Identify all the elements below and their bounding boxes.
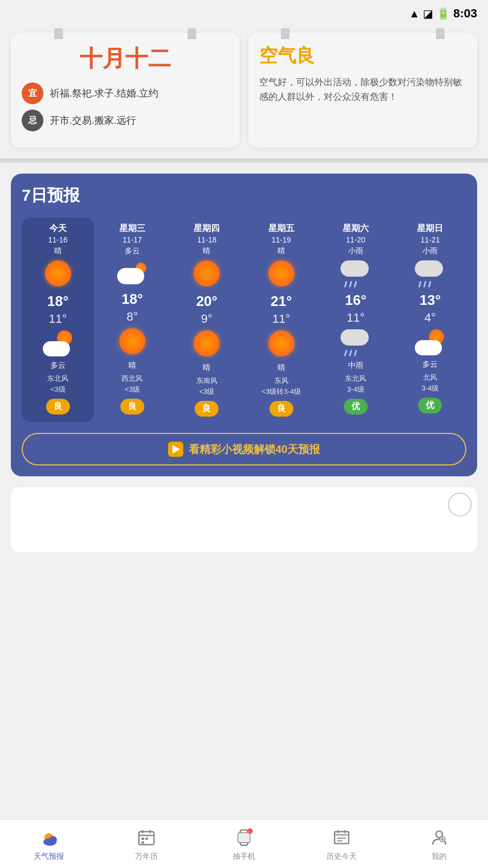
weather-icon-day bbox=[194, 260, 220, 291]
temp-high: 21° bbox=[271, 293, 292, 310]
days-grid: 今天11-16晴18°11°多云东北风<3级良星期三11-17多云18°8°晴西… bbox=[22, 218, 466, 422]
day-date: 11-20 bbox=[346, 235, 365, 244]
wind-direction: 东北风 bbox=[345, 374, 366, 384]
wind-direction: 东北风 bbox=[47, 374, 68, 384]
wind-direction: 东南风 bbox=[196, 376, 217, 386]
nav-item-weather[interactable]: 天气预报 bbox=[0, 820, 98, 868]
ji-item: 忌 开市.交易.搬家.远行 bbox=[22, 110, 229, 131]
svg-text:!: ! bbox=[248, 829, 249, 833]
circle-button[interactable] bbox=[448, 493, 472, 516]
yi-badge: 宜 bbox=[22, 82, 43, 104]
weather-icon-night bbox=[415, 329, 445, 358]
content-area bbox=[11, 487, 477, 552]
air-card: 空气良 空气好，可以外出活动，除极少数对污染物特别敏感的人群以外，对公众没有危害… bbox=[248, 33, 477, 148]
air-description: 空气好，可以外出活动，除极少数对污染物特别敏感的人群以外，对公众没有危害！ bbox=[259, 75, 466, 104]
day-date: 11-19 bbox=[272, 235, 291, 244]
nav-item-history[interactable]: 历史今天 bbox=[293, 820, 390, 868]
status-icons: ▲ ◪ 🔋 8:03 bbox=[409, 7, 477, 21]
weather-icon-day bbox=[268, 260, 294, 291]
status-bar: ▲ ◪ 🔋 8:03 bbox=[0, 0, 488, 27]
weather-icon-night bbox=[341, 329, 371, 359]
nav-item-phone[interactable]: ! 抽手机 bbox=[195, 820, 293, 868]
weather-icon-night bbox=[194, 330, 220, 361]
svg-rect-11 bbox=[238, 833, 250, 843]
day-column: 星期三11-17多云18°8°晴西北风<3级良 bbox=[96, 218, 168, 422]
yi-item: 宜 祈福.祭祀.求子.结婚.立约 bbox=[22, 82, 229, 104]
day-column: 今天11-16晴18°11°多云东北风<3级良 bbox=[22, 218, 94, 422]
day-date: 11-17 bbox=[123, 235, 142, 244]
temp-low: 11° bbox=[49, 312, 67, 326]
wifi-icon: ▲ bbox=[409, 8, 420, 20]
wind-level: 3-4级 bbox=[421, 384, 439, 393]
temp-high: 18° bbox=[121, 291, 143, 308]
day-condition-day: 小雨 bbox=[422, 246, 438, 256]
ji-badge: 忌 bbox=[22, 110, 43, 131]
day-date: 11-18 bbox=[197, 235, 216, 244]
day-condition-night: 中雨 bbox=[348, 361, 363, 371]
forecast-section: 7日预报 今天11-16晴18°11°多云东北风<3级良星期三11-17多云18… bbox=[11, 174, 477, 476]
weather-icon-night bbox=[268, 330, 294, 361]
nav-label-calendar: 万年历 bbox=[135, 852, 158, 861]
temp-high: 18° bbox=[47, 293, 68, 310]
weather-icon-night bbox=[43, 330, 73, 359]
day-condition-night: 多云 bbox=[422, 360, 438, 369]
wind-level: 3-4级 bbox=[347, 385, 364, 394]
air-quality-badge: 优 bbox=[418, 398, 442, 413]
svg-point-2 bbox=[43, 838, 56, 846]
svg-rect-7 bbox=[142, 838, 144, 840]
day-condition-day: 晴 bbox=[203, 246, 210, 256]
wind-direction: 东风 bbox=[274, 376, 288, 386]
temp-high: 13° bbox=[420, 292, 441, 309]
nav-label-phone: 抽手机 bbox=[233, 852, 255, 861]
day-column: 星期五11-19晴21°11°晴东风<3级转3-4级良 bbox=[245, 218, 317, 422]
day-name: 星期三 bbox=[119, 223, 145, 234]
unlock-button[interactable]: 看精彩小视频解锁40天预报 bbox=[22, 433, 466, 465]
day-name: 今天 bbox=[49, 223, 67, 234]
weather-nav-icon bbox=[38, 827, 60, 848]
day-column: 星期四11-18晴20°9°晴东南风<3级良 bbox=[171, 218, 243, 422]
air-quality-badge: 良 bbox=[46, 399, 70, 414]
wind-level: <3级 bbox=[50, 385, 66, 394]
day-condition-day: 晴 bbox=[278, 246, 285, 256]
day-condition-day: 多云 bbox=[125, 246, 140, 256]
temp-low: 4° bbox=[425, 311, 436, 325]
nav-item-mine[interactable]: 我的 bbox=[390, 820, 488, 868]
air-quality-badge: 良 bbox=[195, 401, 219, 417]
day-date: 11-21 bbox=[420, 235, 440, 244]
air-quality-badge: 良 bbox=[120, 399, 144, 414]
svg-rect-9 bbox=[142, 841, 144, 844]
day-column: 星期六11-20小雨16°11°中雨东北风3-4级优 bbox=[319, 218, 391, 422]
calendar-date: 十月十二 bbox=[22, 43, 229, 74]
unlock-button-text: 看精彩小视频解锁40天预报 bbox=[189, 442, 320, 457]
signal-icon: ◪ bbox=[423, 7, 433, 20]
phone-nav-icon: ! bbox=[233, 827, 255, 848]
history-nav-icon bbox=[331, 827, 352, 848]
play-triangle-icon bbox=[172, 445, 180, 454]
day-column: 星期日11-21小雨13°4°多云北风3-4级优 bbox=[394, 218, 466, 422]
temp-low: 9° bbox=[201, 312, 213, 326]
weather-icon-day bbox=[341, 260, 371, 290]
day-name: 星期五 bbox=[268, 223, 294, 234]
ji-text: 开市.交易.搬家.远行 bbox=[50, 114, 136, 127]
mine-nav-icon bbox=[428, 827, 450, 848]
day-condition-night: 晴 bbox=[129, 361, 136, 371]
day-name: 星期六 bbox=[343, 223, 369, 234]
calendar-card: 十月十二 宜 祈福.祭祀.求子.结婚.立约 忌 开市.交易.搬家.远行 bbox=[11, 33, 240, 148]
temp-low: 11° bbox=[272, 312, 290, 326]
nav-label-mine: 我的 bbox=[432, 852, 447, 861]
calendar-nav-icon bbox=[136, 827, 157, 848]
nav-label-history: 历史今天 bbox=[326, 852, 357, 861]
weather-icon-day bbox=[45, 260, 71, 291]
top-cards: 十月十二 宜 祈福.祭祀.求子.结婚.立约 忌 开市.交易.搬家.远行 空气良 … bbox=[0, 27, 488, 158]
wind-direction: 西北风 bbox=[121, 374, 143, 384]
forecast-title: 7日预报 bbox=[22, 184, 466, 207]
bottom-nav: 天气预报 万年历 ! 抽手机 bbox=[0, 819, 488, 868]
weather-icon-night bbox=[119, 328, 145, 359]
temp-low: 11° bbox=[346, 311, 364, 325]
battery-icon: 🔋 bbox=[436, 7, 450, 20]
air-title: 空气良 bbox=[259, 43, 466, 68]
svg-rect-8 bbox=[145, 838, 148, 840]
nav-item-calendar[interactable]: 万年历 bbox=[98, 820, 195, 868]
day-date: 11-16 bbox=[48, 235, 68, 244]
day-condition-night: 多云 bbox=[50, 361, 66, 371]
